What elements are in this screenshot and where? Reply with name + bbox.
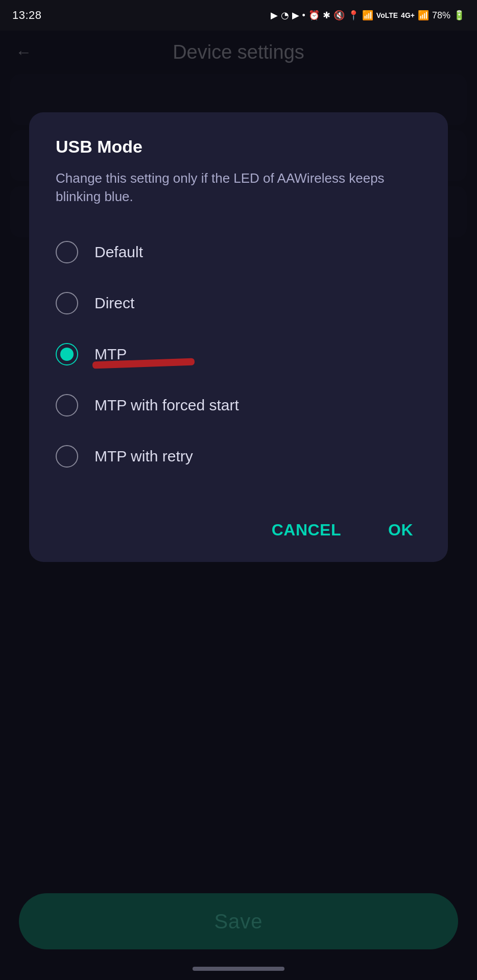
battery-level: 78% — [432, 10, 450, 21]
home-indicator — [193, 967, 284, 971]
radio-option-mtp[interactable]: MTP — [56, 329, 421, 380]
bluetooth-icon: ✱ — [323, 10, 330, 21]
radio-circle-direct — [56, 292, 78, 314]
battery-icon: 🔋 — [454, 10, 465, 21]
location-icon: ▶ — [271, 10, 278, 21]
radio-label-mtp-forced: MTP with forced start — [94, 397, 239, 414]
radio-option-mtp-forced[interactable]: MTP with forced start — [56, 380, 421, 431]
volte-icon: VoLTE — [376, 11, 398, 19]
radio-label-mtp-retry: MTP with retry — [94, 448, 193, 465]
radio-option-default[interactable]: Default — [56, 227, 421, 278]
radio-circle-mtp — [56, 343, 78, 365]
dot-icon: • — [302, 10, 305, 21]
dialog-buttons: Cancel OK — [56, 508, 421, 544]
usb-mode-dialog: USB Mode Change this setting only if the… — [29, 112, 448, 562]
signal-icon: 📶 — [418, 10, 429, 21]
radio-group: Default Direct MTP MTP with forced start… — [56, 227, 421, 482]
alarm-icon: ⏰ — [308, 10, 320, 21]
mute-icon: 🔇 — [333, 10, 345, 21]
radio-label-mtp: MTP — [94, 346, 127, 363]
cancel-button[interactable]: Cancel — [264, 517, 349, 544]
dialog-description: Change this setting only if the LED of A… — [56, 169, 421, 206]
status-bar: 13:28 ▶ ◔ ▶ • ⏰ ✱ 🔇 📍 📶 VoLTE 4G+ 📶 78% … — [0, 0, 477, 31]
wifi-icon: 📶 — [362, 10, 373, 21]
status-icons: ▶ ◔ ▶ • ⏰ ✱ 🔇 📍 📶 VoLTE 4G+ 📶 78% 🔋 — [271, 10, 465, 21]
gps-pin-icon: 📍 — [348, 10, 359, 21]
radio-circle-default — [56, 241, 78, 263]
radio-option-mtp-retry[interactable]: MTP with retry — [56, 431, 421, 482]
4g-icon: 4G+ — [401, 11, 415, 19]
radio-circle-mtp-retry — [56, 445, 78, 468]
ok-button[interactable]: OK — [380, 517, 421, 544]
radio-label-default: Default — [94, 243, 143, 261]
radio-option-direct[interactable]: Direct — [56, 278, 421, 329]
clock-icon: ◔ — [281, 10, 289, 21]
radio-label-direct: Direct — [94, 295, 134, 312]
status-time: 13:28 — [12, 9, 42, 22]
dialog-title: USB Mode — [56, 137, 421, 157]
location2-icon: ▶ — [292, 10, 299, 21]
radio-circle-mtp-forced — [56, 394, 78, 416]
